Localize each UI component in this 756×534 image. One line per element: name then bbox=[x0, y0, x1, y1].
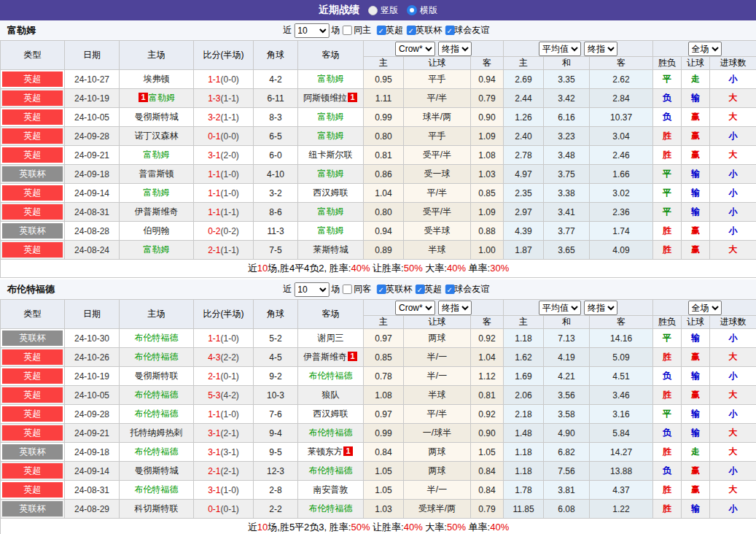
match-date: 24-10-27 bbox=[65, 70, 120, 89]
col-header-score: 比分(半场) bbox=[194, 300, 254, 329]
home-team: 布伦特福德 bbox=[120, 329, 194, 348]
league-checkbox[interactable]: ✓ bbox=[415, 285, 424, 294]
corner-score: 6-11 bbox=[254, 89, 298, 108]
result-outcome: 胜 bbox=[653, 127, 682, 146]
same-venue-checkbox[interactable] bbox=[342, 26, 351, 35]
handicap-outcome: 输 bbox=[682, 405, 710, 424]
avg-home-odds: 2.40 bbox=[504, 127, 544, 146]
handicap-line: 平/半 bbox=[404, 405, 471, 424]
match-count-select[interactable]: 10 bbox=[294, 23, 329, 38]
away-team: 富勒姆 bbox=[298, 70, 364, 89]
league-checkbox[interactable]: ✓ bbox=[445, 26, 454, 35]
league-badge: 英超 bbox=[2, 185, 63, 201]
handicap-line: 半/一 bbox=[404, 367, 471, 386]
corner-score: 5-2 bbox=[254, 329, 298, 348]
same-venue-checkbox[interactable] bbox=[342, 285, 351, 294]
match-date: 24-09-21 bbox=[65, 146, 120, 165]
radio-vertical-icon[interactable] bbox=[368, 6, 378, 15]
result-outcome: 平 bbox=[653, 165, 682, 184]
score: 1-1(0-0) bbox=[194, 70, 254, 89]
match-row: 英超 24-09-21 富勒姆 3-1(2-0) 6-0 纽卡斯尔联 0.81 … bbox=[1, 146, 756, 165]
handicap-line: 半/一 bbox=[404, 348, 471, 367]
match-row: 英超 24-10-05 曼彻斯特城 3-2(1-1) 8-3 富勒姆 0.99 … bbox=[1, 108, 756, 127]
goals-outcome: 小 bbox=[710, 462, 756, 481]
scope-select[interactable]: 全场 bbox=[688, 42, 722, 56]
match-row: 英联杯 24-10-30 布伦特福德 1-1(1-0) 5-2 谢周三 0.97… bbox=[1, 329, 756, 348]
avg-draw-odds: 3.77 bbox=[544, 222, 590, 241]
match-date: 24-10-30 bbox=[65, 329, 120, 348]
goals-outcome: 大 bbox=[710, 241, 756, 260]
col-header-handicap-result: 让球 bbox=[682, 316, 710, 329]
topbar: 近期战绩 竖版 横版 bbox=[0, 0, 756, 20]
match-row: 英联杯 24-09-18 普雷斯顿 1-1(1-0) 4-10 富勒姆 0.86… bbox=[1, 165, 756, 184]
result-outcome: 胜 bbox=[653, 222, 682, 241]
league-type-cell: 英超 bbox=[1, 424, 65, 443]
avg-draw-odds: 7.56 bbox=[544, 462, 590, 481]
scope-group-header: 全场 bbox=[653, 300, 756, 316]
result-outcome: 胜 bbox=[653, 481, 682, 500]
handicap-outcome: 走 bbox=[682, 443, 710, 462]
col-header-avg-draw: 和 bbox=[544, 316, 590, 329]
odds-stage-select[interactable]: 终指 bbox=[438, 42, 472, 56]
league-checkbox[interactable]: ✓ bbox=[406, 26, 416, 35]
handicap-outcome: 输 bbox=[682, 424, 710, 443]
col-header-corner: 角球 bbox=[254, 300, 298, 329]
home-odds: 0.97 bbox=[364, 405, 404, 424]
avg-draw-odds: 7.13 bbox=[544, 329, 590, 348]
same-venue-label: 同主 bbox=[354, 24, 371, 36]
away-team: 伊普斯维奇1 bbox=[298, 348, 364, 367]
match-date: 24-08-31 bbox=[65, 481, 120, 500]
avg-draw-odds: 4.19 bbox=[544, 348, 590, 367]
home-odds: 0.97 bbox=[364, 329, 404, 348]
match-count-select[interactable]: 10 bbox=[294, 282, 329, 297]
handicap-outcome: 赢 bbox=[682, 348, 710, 367]
odds-company-select[interactable]: Crow* bbox=[395, 301, 435, 315]
match-row: 英联杯 24-09-18 布伦特福德 3-1(3-1) 9-5 莱顿东方1 0.… bbox=[1, 443, 756, 462]
home-odds: 0.95 bbox=[364, 70, 404, 89]
league-badge: 英超 bbox=[2, 71, 63, 87]
league-checkbox[interactable]: ✓ bbox=[376, 285, 386, 294]
view-option-vertical[interactable]: 竖版 bbox=[368, 4, 398, 17]
avg-home-odds: 11.85 bbox=[504, 500, 544, 519]
away-team: 阿斯顿维拉1 bbox=[298, 89, 364, 108]
result-outcome: 平 bbox=[653, 329, 682, 348]
corner-score: 7-5 bbox=[254, 241, 298, 260]
odds-company-select[interactable]: Crow* bbox=[395, 42, 435, 56]
home-team: 诺丁汉森林 bbox=[120, 127, 194, 146]
league-checkbox[interactable]: ✓ bbox=[445, 285, 454, 294]
match-row: 英超 24-08-31 布伦特福德 3-1(1-0) 2-8 南安普敦 1.05… bbox=[1, 481, 756, 500]
match-date: 24-10-05 bbox=[65, 108, 120, 127]
match-date: 24-10-26 bbox=[65, 348, 120, 367]
league-type-cell: 英联杯 bbox=[1, 443, 65, 462]
col-header-handicap-result: 让球 bbox=[682, 57, 710, 70]
home-team: 曼彻斯特联 bbox=[120, 367, 194, 386]
handicap-line: 一/球半 bbox=[404, 424, 471, 443]
avg-away-odds: 3.04 bbox=[590, 127, 653, 146]
col-header-a-odds: 客 bbox=[471, 57, 504, 70]
radio-horizontal-icon[interactable] bbox=[407, 5, 417, 15]
score: 4-3(2-2) bbox=[194, 348, 254, 367]
scope-select[interactable]: 全场 bbox=[688, 301, 722, 315]
away-team: 狼队 bbox=[298, 386, 364, 405]
home-team: 富勒姆 bbox=[120, 241, 194, 260]
home-odds: 0.99 bbox=[364, 108, 404, 127]
average-stage-select[interactable]: 终指 bbox=[584, 42, 617, 56]
league-checkbox[interactable]: ✓ bbox=[376, 26, 386, 35]
avg-away-odds: 3.46 bbox=[590, 386, 653, 405]
view-option-horizontal[interactable]: 横版 bbox=[407, 4, 437, 17]
odds-stage-select[interactable]: 终指 bbox=[438, 301, 472, 315]
average-select[interactable]: 平均值 bbox=[539, 301, 581, 315]
average-stage-select[interactable]: 终指 bbox=[584, 301, 617, 315]
page-title: 近期战绩 bbox=[319, 4, 359, 17]
average-select[interactable]: 平均值 bbox=[539, 42, 581, 56]
away-odds: 1.05 bbox=[471, 443, 504, 462]
away-team: 纽卡斯尔联 bbox=[298, 146, 364, 165]
home-odds: 1.05 bbox=[364, 462, 404, 481]
handicap-line: 两球 bbox=[404, 443, 471, 462]
results-table: 类型 日期 主场 比分(半场) 角球 客场 Crow*终指 平均值终指 全场 主… bbox=[0, 299, 756, 534]
league-label: 球会友谊 bbox=[454, 283, 489, 295]
col-header-result: 胜负 bbox=[653, 316, 682, 329]
avg-draw-odds: 6.08 bbox=[544, 500, 590, 519]
match-row: 英超 24-09-14 富勒姆 1-1(1-0) 3-2 西汉姆联 1.04 平… bbox=[1, 184, 756, 203]
avg-away-odds: 14.27 bbox=[590, 443, 653, 462]
